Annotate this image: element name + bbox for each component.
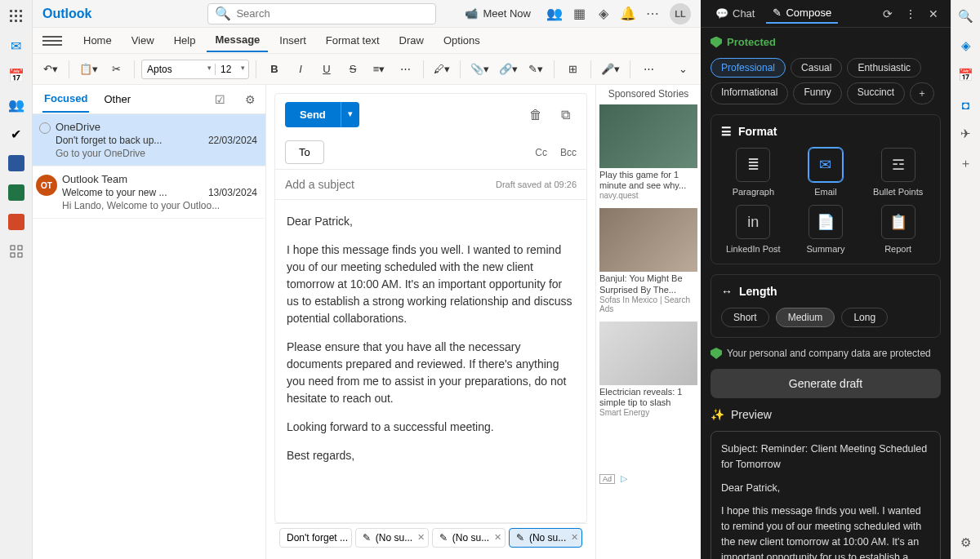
outlook-rail-icon[interactable]: ◘: [958, 96, 974, 113]
tab-insert[interactable]: Insert: [271, 29, 314, 51]
teams-icon[interactable]: 👥: [547, 7, 562, 21]
more-format-button[interactable]: ⋯: [394, 58, 416, 81]
message-item[interactable]: OneDrive Don't forget to back up... 22/0…: [33, 114, 265, 166]
tone-chip-add[interactable]: ＋: [910, 82, 934, 104]
draft-tab[interactable]: Don't forget ...: [279, 528, 352, 548]
close-icon[interactable]: ✕: [571, 532, 578, 543]
strike-button[interactable]: S: [341, 58, 364, 81]
more-icon[interactable]: ⋯: [645, 7, 660, 21]
tab-focused[interactable]: Focused: [42, 86, 89, 113]
font-size-select[interactable]: 12: [216, 64, 248, 75]
hamburger-button[interactable]: [42, 31, 62, 51]
copilot-tab-compose[interactable]: ✎Compose: [766, 3, 838, 24]
search-icon[interactable]: 🔍: [958, 8, 974, 24]
collapse-ribbon-button[interactable]: ⌄: [671, 58, 694, 81]
link-button[interactable]: 🔗▾: [496, 58, 521, 81]
tab-other[interactable]: Other: [102, 87, 132, 112]
draft-tab[interactable]: ✎(No su...✕: [355, 528, 429, 548]
app-launcher-icon[interactable]: [8, 8, 24, 24]
teams-rail-icon[interactable]: ✈: [958, 126, 974, 142]
tone-chip-casual[interactable]: Casual: [791, 58, 842, 78]
add-rail-icon[interactable]: ＋: [958, 155, 974, 171]
settings-icon[interactable]: ⚙: [958, 535, 974, 551]
message-checkbox[interactable]: [39, 122, 51, 134]
draft-tab[interactable]: ✎(No su...✕: [509, 528, 582, 548]
more-icon[interactable]: ⋮: [902, 5, 920, 23]
tone-chip-succinct[interactable]: Succinct: [847, 82, 905, 104]
highlight-button[interactable]: 🖊▾: [430, 58, 453, 81]
format-report[interactable]: 📋Report: [866, 205, 930, 254]
send-button[interactable]: Send: [285, 102, 341, 127]
copilot-icon[interactable]: ◈: [958, 38, 974, 54]
tone-chip-enthusiastic[interactable]: Enthusiastic: [847, 58, 921, 78]
todo-icon[interactable]: ✔: [8, 126, 24, 142]
subject-input[interactable]: [285, 178, 496, 191]
to-button[interactable]: To: [285, 140, 324, 164]
tab-home[interactable]: Home: [75, 29, 120, 51]
length-medium[interactable]: Medium: [776, 308, 835, 327]
popout-button[interactable]: ⧉: [554, 104, 577, 126]
font-family-select[interactable]: Aptos 12: [141, 60, 249, 79]
bcc-button[interactable]: Bcc: [560, 147, 577, 158]
sponsored-ad[interactable]: Play this game for 1 minute and see why.…: [599, 104, 697, 200]
paste-button[interactable]: 📋▾: [76, 58, 101, 81]
calendar-rail-icon[interactable]: 📅: [958, 67, 974, 83]
word-icon[interactable]: [8, 155, 24, 171]
meet-now-button[interactable]: 📹 Meet Now: [458, 4, 537, 23]
calendar-icon[interactable]: 📅: [8, 67, 24, 83]
tone-chip-informational[interactable]: Informational: [710, 82, 788, 104]
more-toolbar-button[interactable]: ⋯: [637, 58, 660, 81]
delete-draft-button[interactable]: 🗑: [524, 104, 547, 126]
close-icon[interactable]: ✕: [494, 532, 501, 543]
format-paragraph[interactable]: ≣Paragraph: [721, 148, 786, 197]
sponsored-ad[interactable]: Electrician reveals: 1 simple tip to sla…: [599, 322, 697, 417]
draft-tab[interactable]: ✎(No su...✕: [432, 528, 506, 548]
ad-choices-icon[interactable]: ▷: [621, 473, 627, 483]
tab-help[interactable]: Help: [166, 29, 204, 51]
close-icon[interactable]: ✕: [417, 532, 425, 543]
signature-button[interactable]: ✎▾: [524, 58, 547, 81]
refresh-icon[interactable]: ⟳: [879, 5, 897, 23]
to-input[interactable]: [332, 146, 523, 158]
people-icon[interactable]: 👥: [8, 96, 24, 113]
tone-chip-professional[interactable]: Professional: [710, 58, 786, 78]
table-button[interactable]: ⊞: [561, 58, 584, 81]
select-all-icon[interactable]: ☑: [215, 93, 225, 106]
excel-icon[interactable]: [8, 184, 24, 201]
align-button[interactable]: ≡▾: [368, 58, 390, 81]
cc-button[interactable]: Cc: [535, 147, 547, 158]
insights-icon[interactable]: ◈: [596, 7, 611, 21]
mail-icon[interactable]: ✉: [8, 38, 24, 54]
generate-draft-button[interactable]: Generate draft: [710, 369, 941, 398]
avatar[interactable]: LL: [670, 3, 691, 24]
underline-button[interactable]: U: [315, 58, 338, 81]
close-icon[interactable]: ✕: [924, 5, 942, 23]
cut-button[interactable]: ✂: [105, 58, 127, 81]
grid-icon[interactable]: ▦: [572, 7, 586, 21]
email-body[interactable]: Dear Patrick, I hope this message finds …: [275, 200, 586, 522]
undo-button[interactable]: ↶▾: [39, 58, 62, 81]
notifications-icon[interactable]: 🔔: [621, 7, 635, 21]
attach-button[interactable]: 📎▾: [467, 58, 492, 81]
search-box[interactable]: 🔍: [207, 3, 436, 24]
tab-draw[interactable]: Draw: [391, 29, 432, 51]
format-email[interactable]: ✉Email: [794, 148, 858, 197]
format-summary[interactable]: 📄Summary: [794, 205, 858, 254]
dictate-button[interactable]: 🎤▾: [598, 58, 623, 81]
italic-button[interactable]: I: [289, 58, 312, 81]
tab-options[interactable]: Options: [435, 29, 488, 51]
tab-message[interactable]: Message: [207, 29, 268, 52]
filter-icon[interactable]: ⚙: [245, 93, 256, 106]
format-linkedin[interactable]: inLinkedIn Post: [721, 205, 786, 254]
copilot-tab-chat[interactable]: 💬Chat: [709, 4, 761, 23]
search-input[interactable]: [236, 7, 429, 20]
message-item[interactable]: OT Outlook Team Welcome to your new ... …: [33, 166, 265, 219]
more-apps-icon[interactable]: [8, 243, 24, 260]
bold-button[interactable]: B: [263, 58, 286, 81]
send-options-button[interactable]: ▾: [341, 102, 359, 127]
length-long[interactable]: Long: [841, 308, 888, 327]
powerpoint-icon[interactable]: [8, 214, 24, 230]
sponsored-ad[interactable]: Banjul: You Might Be Surprised By The...…: [599, 208, 697, 313]
tab-view[interactable]: View: [123, 29, 163, 51]
format-bullets[interactable]: ☲Bullet Points: [866, 148, 930, 197]
